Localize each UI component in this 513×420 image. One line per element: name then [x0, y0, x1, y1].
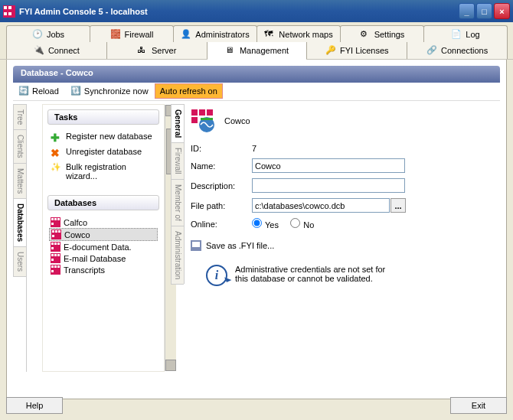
- help-button[interactable]: Help: [6, 397, 63, 414]
- clock-icon: 🕑: [32, 29, 43, 40]
- svg-rect-0: [191, 109, 198, 116]
- x-icon: ✖: [51, 147, 61, 158]
- svg-rect-3: [191, 117, 198, 123]
- db-item-emaildatabase[interactable]: E-mail Database: [49, 252, 158, 264]
- name-label: Name:: [191, 161, 252, 171]
- side-tab-matters[interactable]: Matters: [13, 163, 26, 199]
- floppy-icon: [191, 240, 201, 251]
- db-icon: [51, 253, 60, 263]
- scroll-down-arrow[interactable]: [165, 360, 176, 371]
- network-icon: 🗺: [264, 29, 275, 40]
- page-title: Database - Cowco: [13, 66, 500, 83]
- id-value: 7: [252, 144, 495, 153]
- menu-row-2: 🔌Connect 🖧Server 🖥Management 🔑FYI Licens…: [6, 42, 507, 59]
- task-bulk-wizard[interactable]: ✨ Bulk registration wizard...: [47, 160, 159, 183]
- left-side-tabs: Tree Clients Matters Databases Users: [13, 104, 27, 372]
- svg-rect-5: [201, 118, 213, 120]
- server-icon: 🖧: [137, 45, 148, 56]
- maximize-button[interactable]: □: [476, 3, 492, 19]
- side-tab-users[interactable]: Users: [13, 246, 26, 277]
- reload-icon: 🔄: [18, 86, 29, 96]
- connections-icon: 🔗: [426, 45, 437, 56]
- synchronize-button[interactable]: 🔃Synchronize now: [65, 83, 154, 99]
- plus-icon: ✚: [51, 132, 61, 142]
- tab-administrators[interactable]: 👤Administrators: [173, 25, 257, 42]
- online-no-radio[interactable]: [290, 218, 300, 228]
- detail-tab-general[interactable]: General: [171, 104, 184, 143]
- tab-jobs[interactable]: 🕑Jobs: [6, 25, 90, 42]
- close-button[interactable]: ×: [494, 3, 510, 19]
- detail-tab-administration[interactable]: Administration: [171, 226, 184, 285]
- firewall-icon: 🧱: [110, 29, 121, 40]
- tab-network-maps[interactable]: 🗺Network maps: [256, 25, 341, 42]
- db-item-label: E-mail Database: [64, 254, 126, 263]
- db-item-transcripts[interactable]: Transcripts: [49, 264, 158, 275]
- tab-fyi-licenses[interactable]: 🔑FYI Licenses: [306, 42, 407, 59]
- svg-rect-1: [199, 109, 205, 116]
- connect-icon: 🔌: [34, 45, 44, 56]
- db-item-cowco[interactable]: Cowco: [49, 228, 158, 241]
- tab-settings[interactable]: ⚙Settings: [340, 25, 424, 42]
- description-input[interactable]: [252, 178, 405, 193]
- db-item-calfco[interactable]: Calfco: [49, 217, 158, 228]
- info-text: Administrative credentials are not set f…: [235, 265, 396, 286]
- tab-management[interactable]: 🖥Management: [207, 42, 308, 59]
- tab-log[interactable]: 📄Log: [423, 25, 508, 42]
- wand-icon: ✨: [51, 162, 61, 173]
- info-icon: i: [206, 265, 227, 286]
- tab-firewall[interactable]: 🧱Firewall: [90, 25, 174, 42]
- exit-button[interactable]: Exit: [450, 397, 507, 414]
- menu-row-1: 🕑Jobs 🧱Firewall 👤Administrators 🗺Network…: [6, 25, 507, 42]
- window-title: FYI Admin Console 5 - localhost: [19, 7, 457, 16]
- tasks-title: Tasks: [47, 109, 159, 125]
- task-unregister-database[interactable]: ✖ Unregister database: [47, 145, 159, 160]
- auto-refresh-button[interactable]: Auto refresh on: [155, 83, 223, 99]
- db-icon: [51, 217, 60, 227]
- db-icon: [51, 230, 61, 239]
- db-icon: [51, 242, 60, 252]
- yes-label: Yes: [265, 220, 279, 230]
- detail-tab-firewall[interactable]: Firewall: [171, 142, 184, 179]
- log-icon: 📄: [451, 29, 462, 40]
- db-item-label: Calfco: [64, 218, 87, 227]
- detail-tab-member-of[interactable]: Member of: [171, 179, 184, 226]
- db-item-label: Transcripts: [64, 265, 105, 275]
- save-fyi-link[interactable]: Save as .FYI file...: [191, 240, 495, 251]
- side-tab-clients[interactable]: Clients: [13, 129, 26, 164]
- sync-icon: 🔃: [70, 86, 81, 96]
- browse-button[interactable]: ...: [390, 198, 406, 213]
- task-register-database[interactable]: ✚ Register new database: [47, 129, 159, 145]
- side-tab-databases[interactable]: Databases: [13, 198, 26, 247]
- db-item-label: Cowco: [64, 230, 90, 239]
- online-yes-radio[interactable]: [252, 218, 262, 228]
- id-label: ID:: [191, 144, 252, 153]
- tab-connect[interactable]: 🔌Connect: [6, 42, 107, 59]
- tab-server[interactable]: 🖧Server: [106, 42, 207, 59]
- db-item-label: E-document Data.: [64, 243, 132, 252]
- db-icon: [51, 265, 60, 275]
- license-icon: 🔑: [325, 45, 336, 56]
- description-label: Description:: [191, 181, 252, 190]
- side-tab-tree[interactable]: Tree: [13, 104, 26, 130]
- app-icon: [3, 5, 15, 18]
- management-icon: 🖥: [225, 45, 236, 56]
- database-large-icon: [191, 109, 215, 133]
- no-label: No: [303, 220, 314, 230]
- online-label: Online:: [191, 220, 252, 229]
- reload-button[interactable]: 🔄Reload: [13, 83, 64, 99]
- db-item-edocumentdata[interactable]: E-document Data.: [49, 241, 158, 252]
- databases-title: Databases: [47, 195, 159, 210]
- settings-icon: ⚙: [360, 29, 371, 40]
- filepath-label: File path:: [191, 201, 252, 210]
- name-input[interactable]: [252, 158, 405, 173]
- detail-header-name: Cowco: [224, 116, 250, 125]
- minimize-button[interactable]: _: [459, 3, 475, 19]
- filepath-input[interactable]: [252, 198, 390, 213]
- tab-connections[interactable]: 🔗Connections: [407, 42, 508, 59]
- admin-icon: 👤: [181, 29, 191, 40]
- svg-rect-2: [207, 109, 213, 116]
